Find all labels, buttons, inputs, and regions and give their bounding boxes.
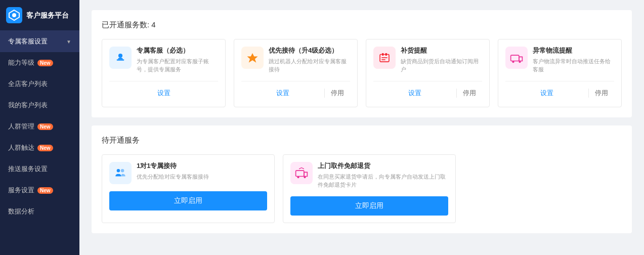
service-desc: 客户物流异常时自动推送任务给客服 bbox=[533, 57, 614, 74]
service-card-body: 异常物流提醒 客户物流异常时自动推送任务给客服 bbox=[505, 47, 614, 74]
service-name: 补货提醒 bbox=[401, 47, 482, 55]
active-services-section: 已开通服务数: 4 专属客服（必选） 为专属客户配置对应客服子账号，提供专属服务… bbox=[92, 10, 632, 117]
sidebar-item-label: 数据分析 bbox=[8, 207, 34, 216]
pending-name: 上门取件免邮退货 bbox=[318, 162, 448, 171]
service-desc: 为专属客户配置对应客服子账号，提供专属服务 bbox=[137, 57, 218, 74]
pending-icon-door-return bbox=[290, 162, 313, 184]
pending-services-section: 待开通服务 1对1专属接待 优先分配给对应专属客服接待 立即启用 上门取件免邮退… bbox=[92, 125, 632, 233]
svg-rect-7 bbox=[382, 53, 383, 56]
sidebar-item-label: 人群触达 bbox=[8, 143, 34, 152]
sidebar-item-my-customers[interactable]: 我的客户列表 bbox=[0, 95, 79, 116]
svg-point-12 bbox=[512, 61, 514, 63]
sidebar-item-capability-level[interactable]: 能力等级New bbox=[0, 52, 79, 73]
service-name: 专属客服（必选） bbox=[137, 47, 218, 55]
pending-card-one-to-one: 1对1专属接待 优先分配给对应专属客服接待 立即启用 bbox=[102, 154, 275, 223]
pending-info: 上门取件免邮退货 在同意买家退货申请后，向专属客户自动发送上门取件免邮退货卡片 bbox=[318, 162, 448, 189]
pending-info: 1对1专属接待 优先分配给对应专属客服接待 bbox=[137, 162, 267, 181]
main-content: 已开通服务数: 4 专属客服（必选） 为专属客户配置对应客服子账号，提供专属服务… bbox=[79, 0, 644, 255]
service-card-footer: 设置 停用 bbox=[241, 81, 350, 100]
pending-card-body: 1对1专属接待 优先分配给对应专属客服接待 bbox=[109, 162, 267, 184]
sidebar-item-label: 全店客户列表 bbox=[8, 79, 48, 89]
service-card-body: 补货提醒 缺货商品到货后自动通知订阅用户 bbox=[373, 47, 482, 74]
sidebar-item-crowd-reach[interactable]: 人群触达New bbox=[0, 137, 79, 158]
svg-point-14 bbox=[117, 169, 120, 173]
svg-point-3 bbox=[118, 54, 122, 58]
active-services-title: 已开通服务数: 4 bbox=[102, 20, 622, 30]
svg-point-18 bbox=[304, 176, 306, 178]
service-icon-exclusive-cs bbox=[109, 47, 132, 69]
sidebar-item-all-customers[interactable]: 全店客户列表 bbox=[0, 73, 79, 95]
service-info: 优先接待（升4级必选） 跳过机器人分配给对应专属客服接待 bbox=[269, 47, 350, 74]
service-info: 补货提醒 缺货商品到货后自动通知订阅用户 bbox=[401, 47, 482, 74]
activate-button-one-to-one[interactable]: 立即启用 bbox=[109, 191, 267, 210]
svg-marker-5 bbox=[247, 53, 257, 63]
service-desc: 跳过机器人分配给对应专属客服接待 bbox=[269, 57, 350, 74]
disable-button-priority-reception[interactable]: 停用 bbox=[325, 87, 350, 100]
badge-new: New bbox=[37, 123, 53, 130]
badge-new: New bbox=[37, 145, 53, 151]
service-card-restock-reminder: 补货提醒 缺货商品到货后自动通知订阅用户 设置 停用 bbox=[366, 39, 490, 107]
disable-button-restock-reminder[interactable]: 停用 bbox=[457, 87, 482, 100]
pending-desc: 优先分配给对应专属客服接待 bbox=[137, 173, 267, 181]
service-card-priority-reception: 优先接待（升4级必选） 跳过机器人分配给对应专属客服接待 设置 停用 bbox=[234, 39, 358, 107]
activate-button-door-return[interactable]: 立即启用 bbox=[290, 196, 448, 216]
svg-rect-11 bbox=[511, 55, 519, 61]
sidebar-item-label: 人群管理 bbox=[8, 122, 34, 131]
sidebar: 客户服务平台 专属客服设置▼能力等级New全店客户列表我的客户列表人群管理New… bbox=[0, 0, 79, 255]
svg-rect-16 bbox=[296, 171, 304, 176]
pending-services-title: 待开通服务 bbox=[102, 136, 622, 145]
service-icon-priority-reception bbox=[241, 47, 264, 69]
chevron-down-icon: ▼ bbox=[66, 39, 71, 45]
svg-point-15 bbox=[121, 169, 124, 173]
service-info: 专属客服（必选） 为专属客户配置对应客服子账号，提供专属服务 bbox=[137, 47, 218, 74]
setup-button-restock-reminder[interactable]: 设置 bbox=[373, 87, 456, 100]
sidebar-item-label: 推送服务设置 bbox=[8, 164, 48, 174]
service-card-footer: 设置 停用 bbox=[373, 81, 482, 100]
app-logo-icon bbox=[6, 7, 22, 23]
badge-new: New bbox=[37, 60, 53, 66]
svg-rect-4 bbox=[117, 59, 124, 60]
sidebar-menu: 专属客服设置▼能力等级New全店客户列表我的客户列表人群管理New人群触达New… bbox=[0, 31, 79, 255]
service-card-logistics-alert: 异常物流提醒 客户物流异常时自动推送任务给客服 设置 停用 bbox=[498, 39, 622, 107]
pending-card-body: 上门取件免邮退货 在同意买家退货申请后，向专属客户自动发送上门取件免邮退货卡片 bbox=[290, 162, 448, 189]
sidebar-title: 客户服务平台 bbox=[26, 11, 69, 20]
service-name: 优先接待（升4级必选） bbox=[269, 47, 350, 55]
disable-button-logistics-alert[interactable]: 停用 bbox=[589, 87, 614, 100]
setup-button-priority-reception[interactable]: 设置 bbox=[241, 87, 324, 100]
sidebar-item-label: 我的客户列表 bbox=[8, 101, 48, 110]
service-icon-logistics-alert bbox=[505, 47, 528, 69]
pending-icon-one-to-one bbox=[109, 162, 132, 184]
service-info: 异常物流提醒 客户物流异常时自动推送任务给客服 bbox=[533, 47, 614, 74]
pending-card-door-return: 上门取件免邮退货 在同意买家退货申请后，向专属客户自动发送上门取件免邮退货卡片 … bbox=[283, 154, 456, 223]
sidebar-item-service-settings[interactable]: 服务设置New bbox=[0, 180, 79, 201]
svg-point-2 bbox=[12, 13, 16, 17]
service-card-exclusive-cs: 专属客服（必选） 为专属客户配置对应客服子账号，提供专属服务 设置 bbox=[102, 39, 226, 107]
svg-point-17 bbox=[297, 176, 299, 178]
service-icon-restock-reminder bbox=[373, 47, 396, 69]
sidebar-item-data-analysis[interactable]: 数据分析 bbox=[0, 201, 79, 222]
service-name: 异常物流提醒 bbox=[533, 47, 614, 55]
sidebar-item-label: 专属客服设置 bbox=[8, 37, 48, 46]
service-card-footer: 设置 bbox=[109, 81, 218, 100]
svg-rect-8 bbox=[385, 53, 387, 56]
badge-new: New bbox=[37, 187, 53, 194]
pending-desc: 在同意买家退货申请后，向专属客户自动发送上门取件免邮退货卡片 bbox=[318, 173, 448, 189]
active-services-grid: 专属客服（必选） 为专属客户配置对应客服子账号，提供专属服务 设置 优先接待（升… bbox=[102, 39, 622, 107]
sidebar-item-push-settings[interactable]: 推送服务设置 bbox=[0, 158, 79, 180]
sidebar-item-crowd-management[interactable]: 人群管理New bbox=[0, 116, 79, 137]
svg-point-13 bbox=[519, 61, 521, 63]
pending-services-grid: 1对1专属接待 优先分配给对应专属客服接待 立即启用 上门取件免邮退货 在同意买… bbox=[102, 154, 456, 223]
setup-button-exclusive-cs[interactable]: 设置 bbox=[109, 87, 218, 100]
service-card-footer: 设置 停用 bbox=[505, 81, 614, 100]
pending-name: 1对1专属接待 bbox=[137, 162, 267, 171]
service-card-body: 专属客服（必选） 为专属客户配置对应客服子账号，提供专属服务 bbox=[109, 47, 218, 74]
service-card-body: 优先接待（升4级必选） 跳过机器人分配给对应专属客服接待 bbox=[241, 47, 350, 74]
sidebar-item-exclusive-settings[interactable]: 专属客服设置▼ bbox=[0, 31, 79, 52]
service-desc: 缺货商品到货后自动通知订阅用户 bbox=[401, 57, 482, 74]
sidebar-item-label: 能力等级 bbox=[8, 58, 34, 67]
sidebar-item-label: 服务设置 bbox=[8, 186, 34, 195]
setup-button-logistics-alert[interactable]: 设置 bbox=[505, 87, 588, 100]
sidebar-header: 客户服务平台 bbox=[0, 0, 79, 31]
